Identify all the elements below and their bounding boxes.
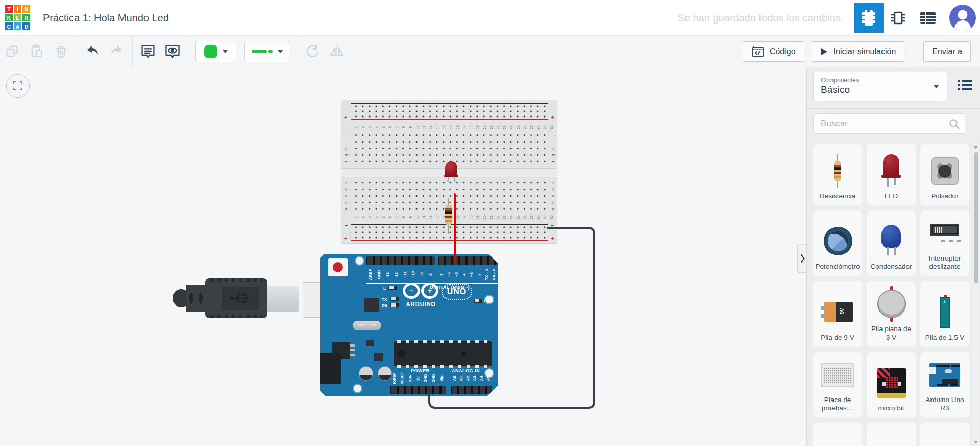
panel-collapse-handle[interactable] xyxy=(797,244,807,273)
reset-button[interactable] xyxy=(328,258,348,276)
toolbar-right: Código Iniciar simulación Enviar a xyxy=(743,36,971,67)
schematic-view-button[interactable] xyxy=(884,3,913,33)
component-icon xyxy=(875,365,908,401)
component-card[interactable] xyxy=(813,422,862,446)
component-label: Resistencia xyxy=(820,192,855,200)
breadboard-view-button[interactable] xyxy=(854,3,884,33)
component-label: Placa de pruebas… xyxy=(815,396,860,412)
search-input[interactable] xyxy=(821,114,943,133)
list-view-icon xyxy=(919,11,937,25)
component-list-toggle-button[interactable] xyxy=(957,79,973,92)
component-card[interactable]: LED xyxy=(867,144,916,205)
chevron-right-icon xyxy=(800,254,805,263)
row-letters-right-upper: jihgf xyxy=(550,132,555,165)
notes-button[interactable] xyxy=(136,39,160,64)
digital-pin-labels-right: 7~6~54~32TX→1RX←0 xyxy=(438,266,498,283)
rail-line-positive xyxy=(351,240,548,241)
crystal-oscillator: SPK16.000G xyxy=(353,321,381,330)
row-letters-right-lower: edcba xyxy=(550,179,555,212)
panel-scrollbar[interactable] xyxy=(973,144,979,446)
zoom-to-fit-button[interactable] xyxy=(6,74,30,98)
usb-symbol-panel xyxy=(222,287,259,310)
resistor-body xyxy=(445,205,452,225)
component-card[interactable]: Condensador xyxy=(867,210,916,276)
comment-icon xyxy=(140,43,156,60)
rail-neg-marker: − xyxy=(551,102,554,107)
rail-pos-marker: + xyxy=(344,114,347,120)
digital-header-left[interactable] xyxy=(366,256,435,265)
code-button[interactable]: Código xyxy=(743,41,804,62)
digital-header-right[interactable] xyxy=(438,256,498,265)
led-l xyxy=(388,286,397,290)
start-simulation-button[interactable]: Iniciar simulación xyxy=(811,41,905,62)
avatar[interactable] xyxy=(949,5,976,31)
usb-cable-ribs xyxy=(186,285,206,312)
copy-icon xyxy=(5,44,20,59)
component-card[interactable]: Resistencia xyxy=(813,144,862,205)
rail-line-positive xyxy=(351,119,548,120)
component-card[interactable]: + Pila de 1,5 V xyxy=(920,281,969,346)
share-button-label: Enviar a xyxy=(932,47,962,56)
search-box xyxy=(813,113,965,134)
component-card[interactable]: 9V Pila de 9 V xyxy=(813,281,862,346)
scroll-down-arrow[interactable] xyxy=(974,441,978,444)
chevron-down-icon xyxy=(278,50,283,53)
power-header[interactable] xyxy=(390,386,446,394)
resistor-component[interactable] xyxy=(445,198,452,234)
analog-silk-line xyxy=(451,367,492,367)
rail-holes xyxy=(350,105,550,118)
arduino-uno-board[interactable]: AREFGND1312~11~10~98 7~6~54~32TX→1RX←0 D… xyxy=(320,254,498,396)
panel-divider xyxy=(807,108,980,109)
power-pin-labels: IOREFRESET3.3V5VGNDGNDVin xyxy=(390,369,446,387)
analog-header[interactable] xyxy=(451,386,492,394)
circuit-canvas[interactable]: − − + + 12345678910111213141516171819202… xyxy=(0,67,806,446)
color-dropdown[interactable] xyxy=(195,41,236,62)
ic-chip xyxy=(364,298,379,312)
component-inspect-button[interactable] xyxy=(160,39,185,64)
redo-button[interactable] xyxy=(105,39,129,64)
copy-button[interactable] xyxy=(0,39,24,64)
scroll-up-arrow[interactable] xyxy=(974,146,978,149)
component-icon xyxy=(928,357,961,393)
toolbar-divider xyxy=(914,41,914,62)
component-card[interactable]: Pila plana de 3 V xyxy=(867,281,916,346)
schematic-view-icon xyxy=(889,9,908,27)
led-component[interactable] xyxy=(444,161,458,182)
component-card[interactable]: micro:bit xyxy=(867,352,916,417)
led-l-label: L xyxy=(383,286,386,291)
components-category-dropdown[interactable]: Componentes Básico xyxy=(813,72,947,101)
component-icon xyxy=(821,432,854,446)
component-card[interactable]: Potenciómetro xyxy=(813,210,862,276)
paste-button[interactable] xyxy=(24,39,49,64)
usb-trident-icon xyxy=(229,291,252,306)
toolbar-divider xyxy=(297,36,297,67)
toolbar-divider xyxy=(132,36,133,67)
component-card[interactable]: Pulsador xyxy=(920,144,969,205)
list-view-button[interactable] xyxy=(913,3,943,33)
rotate-button[interactable] xyxy=(300,39,325,64)
led-leg xyxy=(454,177,455,182)
wire-style-dropdown[interactable] xyxy=(244,41,289,62)
scrollbar-thumb[interactable] xyxy=(974,152,978,283)
component-card[interactable]: Interruptor deslizante xyxy=(920,210,969,276)
component-icon xyxy=(821,357,854,393)
component-icon xyxy=(928,216,961,251)
arduino-logo: − + ARDUINO xyxy=(402,283,440,306)
logo-tile: K xyxy=(5,14,13,21)
component-card[interactable]: Arduino Uno R3 xyxy=(920,352,969,417)
save-status: Se han guardado todos los cambios. xyxy=(677,0,843,36)
paste-icon xyxy=(29,44,44,59)
mirror-button[interactable] xyxy=(325,39,349,64)
component-card[interactable] xyxy=(867,422,916,446)
usb-cable[interactable] xyxy=(173,278,303,318)
undo-button[interactable] xyxy=(80,39,105,64)
component-card[interactable] xyxy=(920,422,969,446)
component-label: Arduino Uno R3 xyxy=(922,396,967,412)
component-card[interactable]: Placa de pruebas… xyxy=(813,352,862,417)
rail-pos-marker: + xyxy=(551,236,554,241)
tinkercad-logo[interactable]: TINKERCAD xyxy=(5,5,31,31)
uno-model-text: UNO xyxy=(442,284,472,300)
delete-button[interactable] xyxy=(49,39,74,64)
share-button[interactable]: Enviar a xyxy=(923,41,971,62)
led-on-label: ON xyxy=(484,299,490,303)
